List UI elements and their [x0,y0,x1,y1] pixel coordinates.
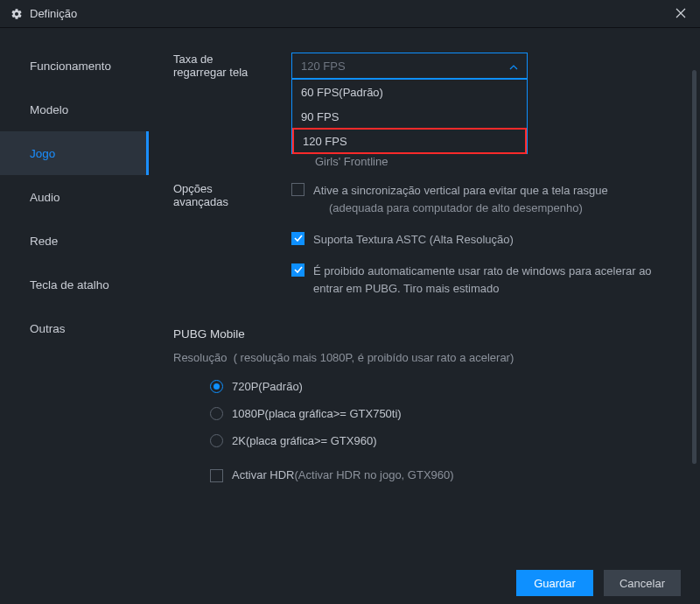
hdr-text: Activar HDR(Activar HDR no jogo, GTX960) [232,467,454,484]
sidebar-item-label: Tecla de atalho [30,278,109,291]
radio-icon [210,407,223,420]
sidebar-item-audio[interactable]: Audio [0,175,149,219]
radio-label: 2K(placa gráfica>= GTX960) [232,434,376,447]
sidebar-item-label: Outras [30,322,66,335]
refresh-dropdown[interactable]: 120 FPS 60 FPS(Padrão) 90 FPS 120 FPS [291,53,528,79]
scrollbar[interactable] [692,70,696,464]
cancel-button[interactable]: Cancelar [604,570,681,596]
radio-720p[interactable]: 720P(Padrão) [210,380,682,393]
window-title: Definição [30,7,77,20]
radio-icon [210,380,223,393]
dropdown-selected: 120 FPS [301,60,346,73]
close-icon [676,8,686,18]
dropdown-list: 60 FPS(Padrão) 90 FPS 120 FPS [291,79,528,154]
radio-1080p[interactable]: 1080P(placa gráfica>= GTX750ti) [210,407,682,420]
sidebar-item-tecla[interactable]: Tecla de atalho [0,263,149,306]
sidebar-item-modelo[interactable]: Modelo [0,88,149,131]
sidebar-item-label: Modelo [30,103,68,116]
sidebar-item-label: Rede [30,235,58,248]
sidebar-item-label: Jogo [30,147,55,160]
game-girls-frontline: Girls' Frontline [315,151,682,173]
gear-icon [10,8,23,20]
titlebar: Definição [0,0,700,28]
chevron-up-icon [509,60,518,73]
radio-label: 720P(Padrão) [232,380,303,393]
radio-2k[interactable]: 2K(placa gráfica>= GTX960) [210,434,682,447]
pubg-mouse-text: É proibido automaticamente usar rato de … [313,263,652,298]
sidebar: Funcionamento Modelo Jogo Audio Rede Tec… [0,28,149,562]
main-panel: Taxa deregarregar tela 120 FPS 60 FPS(Pa… [149,28,700,562]
save-button[interactable]: Guardar [516,570,593,596]
checkbox-astc[interactable] [291,232,304,245]
close-button[interactable] [672,3,690,25]
footer: Guardar Cancelar [0,562,700,604]
checkbox-hdr[interactable] [210,469,223,482]
radio-label: 1080P(placa gráfica>= GTX750ti) [232,407,402,420]
dropdown-option-120[interactable]: 120 FPS [292,128,527,154]
sidebar-item-funcionamento[interactable]: Funcionamento [0,44,149,88]
sidebar-item-rede[interactable]: Rede [0,219,149,263]
refresh-label: Taxa deregarregar tela [173,53,291,79]
radio-icon [210,434,223,447]
dropdown-option-90[interactable]: 90 FPS [292,104,527,129]
advanced-label: Opçõesavançadas [173,182,291,313]
vsync-text: Ative a sincronização vertical para evit… [313,182,608,217]
astc-text: Suporta Textura ASTC (Alta Resolução) [313,231,514,249]
sidebar-item-label: Audio [30,191,60,204]
pubg-title: PUBG Mobile [173,327,682,341]
sidebar-item-outras[interactable]: Outras [0,306,149,350]
checkbox-pubg-mouse[interactable] [291,263,304,277]
resolution-note: Resolução ( resolução mais 1080P, é proi… [173,351,682,364]
sidebar-item-jogo[interactable]: Jogo [0,131,149,175]
sidebar-item-label: Funcionamento [30,60,111,73]
dropdown-option-60[interactable]: 60 FPS(Padrão) [292,80,527,104]
checkbox-vsync[interactable] [291,183,304,196]
